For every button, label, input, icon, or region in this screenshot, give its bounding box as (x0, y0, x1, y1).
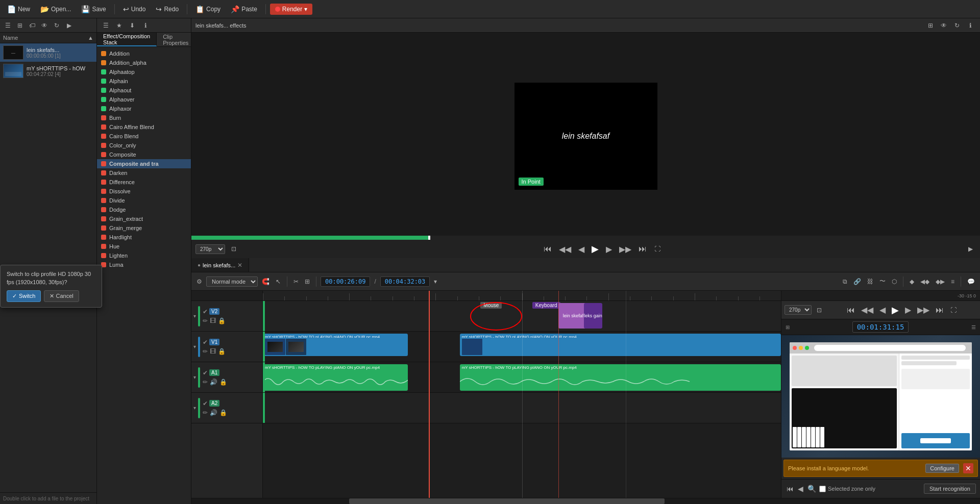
selected-zone-checkbox[interactable]: Selected zone only (819, 486, 875, 492)
new-button[interactable]: 📄 New (3, 3, 34, 15)
copy-button[interactable]: 📋 Copy (191, 3, 225, 15)
tl-solo-btn[interactable]: ⬡ (890, 277, 899, 286)
effect-item-cairo-affine-blend[interactable]: Cairo Affine Blend (97, 122, 191, 132)
preview-crop-btn[interactable]: ⛶ (652, 243, 663, 255)
lp-more-btn[interactable]: ▶ (63, 20, 75, 31)
ep-list-icon[interactable]: ☰ (100, 20, 111, 31)
preview-grid-btn[interactable]: ⊞ (925, 20, 936, 31)
lp-tag-btn[interactable]: 🏷 (27, 20, 38, 31)
render-button[interactable]: Render ▾ (270, 4, 312, 15)
v1-film-btn[interactable]: 🎞 (209, 347, 216, 356)
a2-mute-btn[interactable]: ✔ (202, 399, 208, 408)
v2-expand[interactable]: ▾ (193, 313, 196, 319)
effect-item-grain_extract[interactable]: Grain_extract (97, 214, 191, 223)
a2-lock-btn[interactable]: 🔒 (219, 409, 228, 417)
tl-magnet-btn[interactable]: 🧲 (260, 277, 272, 286)
configure-button[interactable]: Configure (925, 464, 959, 473)
lp-grid-btn[interactable]: ⊞ (14, 20, 26, 31)
right-end-btn[interactable]: ⏭ (934, 305, 946, 316)
v2-pencil-btn[interactable]: ✏ (202, 317, 208, 325)
preview-fit-btn[interactable]: ⊡ (228, 243, 239, 255)
switch-confirm-button[interactable]: ✓ Switch (7, 290, 41, 302)
comp-tab-lein[interactable]: ● lein skefafs... ✕ (191, 258, 249, 272)
paste-button[interactable]: 📌 Paste (227, 3, 261, 15)
undo-button[interactable]: ↩ Undo (119, 3, 150, 15)
effect-item-alphaxor[interactable]: Alphaxor (97, 104, 191, 113)
project-item-lein[interactable]: — lein skefafs... 00:00:05:00 [1] (0, 43, 96, 62)
effect-item-luma[interactable]: Luma (97, 260, 191, 269)
timeline-scrollbar-thumb[interactable] (349, 498, 665, 504)
right-play-btn[interactable]: ▶ (890, 304, 901, 317)
ai-warning-close-btn[interactable]: ✕ (963, 463, 973, 473)
effect-item-alphaout[interactable]: Alphaout (97, 86, 191, 95)
right-step-back-btn[interactable]: ◀ (877, 304, 888, 316)
right-res-select[interactable]: 270p (785, 305, 812, 315)
v2-mute-btn[interactable]: ✔ (202, 308, 208, 316)
tab-clip-properties[interactable]: Clip Properties (157, 33, 195, 46)
effect-item-alphaatop[interactable]: Alphaatop (97, 67, 191, 77)
v1-clip1[interactable]: mY sHORTTIPS - hOW TO pLAYING pIANO ON y… (263, 334, 408, 356)
tl-settings-btn[interactable]: ⚙ (194, 277, 204, 286)
effect-item-composite[interactable]: Composite (97, 150, 191, 159)
effect-item-darken[interactable]: Darken (97, 168, 191, 178)
a2-speaker-btn[interactable]: 🔊 (209, 409, 218, 417)
effect-item-hardlight[interactable]: Hardlight (97, 233, 191, 242)
effect-item-alphain[interactable]: Alphain (97, 77, 191, 86)
preview-step-fwd-btn[interactable]: ▶▶ (617, 243, 633, 255)
lein-gain-clip[interactable]: leks gain (584, 303, 602, 329)
open-button[interactable]: 📂 Open... (36, 3, 75, 15)
a1-lock-btn[interactable]: 🔒 (219, 378, 228, 386)
right-step-fwd-btn[interactable]: ▶ (903, 304, 913, 316)
a2-pencil-btn[interactable]: ✏ (202, 409, 208, 417)
effect-item-composite-and-tra[interactable]: Composite and tra (97, 159, 191, 168)
tl-split-view-btn[interactable]: ⧉ (841, 277, 849, 286)
stt-rewind-btn[interactable]: ⏮ (786, 484, 795, 494)
effect-item-color_only[interactable]: Color_only (97, 141, 191, 150)
right-crop-btn[interactable]: ⛶ (948, 305, 959, 316)
start-recognition-button[interactable]: Start recognition (924, 484, 976, 494)
ep-info-icon[interactable]: ℹ (140, 20, 151, 31)
tl-keyframe-btn[interactable]: ◆ (908, 277, 916, 286)
tl-keyframe-prev-btn[interactable]: ◀◆ (918, 277, 932, 286)
effect-item-difference[interactable]: Difference (97, 178, 191, 187)
tl-keyframe-next-btn[interactable]: ◆▶ (934, 277, 947, 286)
ep-down-icon[interactable]: ⬇ (127, 20, 138, 31)
a2-expand[interactable]: ▾ (193, 405, 196, 411)
preview-end-btn[interactable]: ⏭ (636, 243, 649, 255)
effect-item-alphaover[interactable]: Alphaover (97, 95, 191, 104)
v1-mute-btn[interactable]: ✔ (202, 338, 208, 346)
comp-tab-close[interactable]: ✕ (237, 262, 242, 269)
right-fit-btn[interactable]: ⊡ (814, 305, 825, 316)
a1-mute-btn[interactable]: ✔ (202, 369, 208, 377)
preview-rewind-btn[interactable]: ⏮ (542, 243, 554, 255)
tl-cut-btn[interactable]: ✂ (291, 277, 301, 286)
stt-zoom-btn[interactable]: 🔍 (806, 484, 817, 494)
tl-arrow-btn[interactable]: ↖ (274, 277, 283, 286)
switch-cancel-button[interactable]: ✕ Cancel (44, 290, 79, 302)
v1-pencil-btn[interactable]: ✏ (202, 347, 208, 356)
timeline-scrollbar[interactable] (191, 498, 980, 504)
effect-item-lighten[interactable]: Lighten (97, 251, 191, 260)
effect-item-burn[interactable]: Burn (97, 113, 191, 122)
resolution-select[interactable]: 270p 540p 1080p (195, 244, 225, 254)
preview-refresh-btn[interactable]: ↻ (951, 20, 963, 31)
right-prev-btn[interactable]: ◀◀ (859, 304, 875, 316)
preview-info-btn[interactable]: ℹ (965, 20, 976, 31)
v2-lock-btn[interactable]: 🔒 (217, 317, 226, 325)
redo-button[interactable]: ↪ Redo (152, 3, 183, 15)
v1-clip2[interactable]: mY sHORTTIPS - hOW TO pLAYING pIANO ON y… (460, 334, 781, 356)
right-rewind-btn[interactable]: ⏮ (845, 305, 857, 316)
effect-item-addition[interactable]: Addition (97, 49, 191, 58)
preview-eye-btn[interactable]: 👁 (938, 20, 949, 31)
a1-clip2[interactable]: mY sHORTTIPS - hOW TO pLAYING pIANO ON y… (460, 364, 781, 391)
a1-pencil-btn[interactable]: ✏ (202, 378, 208, 386)
v1-expand[interactable]: ▾ (193, 344, 196, 349)
preview-step-back-btn[interactable]: ◀◀ (557, 243, 573, 255)
project-item-shorts[interactable]: mY sHORTTIPS - hOW 00:04:27:02 [4] (0, 62, 96, 80)
ep-star-icon[interactable]: ★ (113, 20, 125, 31)
effect-item-cairo-blend[interactable]: Cairo Blend (97, 132, 191, 141)
effect-item-grain_merge[interactable]: Grain_merge (97, 223, 191, 233)
tl-subtitle-btn[interactable]: 💬 (965, 277, 977, 286)
mode-select[interactable]: Normal mode (206, 276, 258, 287)
effect-item-dodge[interactable]: Dodge (97, 205, 191, 214)
